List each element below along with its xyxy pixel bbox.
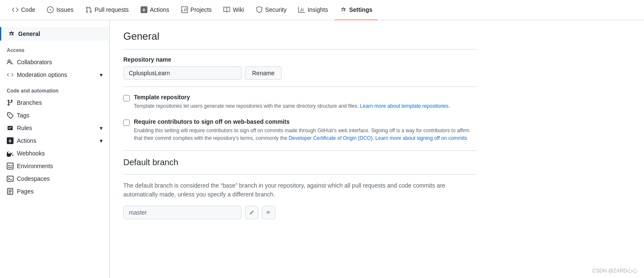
template-repo-row: Template repository Template repositorie… xyxy=(123,94,476,110)
nav-item-projects[interactable]: Projects xyxy=(176,0,217,20)
nav-item-issues[interactable]: Issues xyxy=(42,0,78,20)
sidebar-item-general[interactable]: General xyxy=(0,27,109,41)
sidebar: General Access Collaborators Moderation … xyxy=(0,20,110,278)
sidebar-item-branches[interactable]: Branches xyxy=(0,96,109,109)
sign-off-label: Require contributors to sign off on web-… xyxy=(134,118,476,125)
default-branch-title: Default branch xyxy=(123,158,476,167)
nav-code-label: Code xyxy=(21,6,35,13)
page-layout: General Access Collaborators Moderation … xyxy=(0,20,644,278)
main-content: General Repository name Rename Template … xyxy=(110,20,490,278)
default-branch-desc: The default branch is considered the “ba… xyxy=(123,181,476,199)
repo-name-input[interactable] xyxy=(123,66,242,80)
sidebar-item-environments[interactable]: Environments xyxy=(0,160,109,172)
edit-branch-button[interactable] xyxy=(245,206,258,219)
sidebar-webhooks-label: Webhooks xyxy=(17,150,45,157)
sidebar-section-access: Access xyxy=(0,41,109,56)
template-repo-content: Template repository Template repositorie… xyxy=(134,94,450,110)
sidebar-branches-label: Branches xyxy=(17,99,42,106)
nav-item-actions[interactable]: Actions xyxy=(136,0,174,20)
chevron-down-icon: ▾ xyxy=(100,71,103,78)
nav-item-security[interactable]: Security xyxy=(251,0,292,20)
sidebar-item-rules[interactable]: Rules ▾ xyxy=(0,122,109,134)
nav-actions-label: Actions xyxy=(150,6,169,13)
sidebar-item-webhooks[interactable]: Webhooks xyxy=(0,147,109,160)
sign-off-desc: Enabling this setting will require contr… xyxy=(134,127,476,142)
chevron-down-icon-actions: ▾ xyxy=(100,137,103,144)
repo-name-row: Rename xyxy=(123,66,476,80)
nav-insights-label: Insights xyxy=(307,6,328,13)
nav-item-wiki[interactable]: Wiki xyxy=(218,0,249,20)
sidebar-moderation-label: Moderation options xyxy=(17,71,67,78)
sidebar-collaborators-label: Collaborators xyxy=(17,59,52,65)
rename-button[interactable]: Rename xyxy=(245,66,282,80)
nav-settings-label: Settings xyxy=(349,6,372,13)
chevron-down-icon-rules: ▾ xyxy=(100,125,103,131)
sidebar-item-tags[interactable]: Tags xyxy=(0,109,109,122)
sign-off-content: Require contributors to sign off on web-… xyxy=(134,118,476,142)
sidebar-tags-label: Tags xyxy=(17,112,30,119)
branch-name-input[interactable] xyxy=(123,206,242,219)
switch-branch-button[interactable] xyxy=(262,206,275,219)
sidebar-pages-label: Pages xyxy=(17,188,34,195)
sidebar-item-pages[interactable]: Pages xyxy=(0,185,109,198)
sidebar-item-collaborators[interactable]: Collaborators xyxy=(0,56,109,68)
template-repo-desc: Template repositories let users generate… xyxy=(134,102,450,110)
nav-security-label: Security xyxy=(265,6,287,13)
sidebar-rules-label: Rules xyxy=(17,125,32,131)
template-repo-label: Template repository xyxy=(134,94,450,101)
nav-issues-label: Issues xyxy=(56,6,73,13)
nav-item-settings[interactable]: Settings xyxy=(335,0,378,20)
nav-pr-label: Pull requests xyxy=(95,6,129,13)
dco-link[interactable]: Developer Certificate of Origin (DCO). xyxy=(288,135,374,141)
sidebar-actions-label: Actions xyxy=(17,137,36,144)
branch-input-row xyxy=(123,206,476,219)
watermark: CSDN @ZARD心心 xyxy=(592,267,637,275)
sidebar-item-moderation[interactable]: Moderation options ▾ xyxy=(0,68,109,81)
page-title: General xyxy=(123,30,476,42)
sign-off-row: Require contributors to sign off on web-… xyxy=(123,118,476,142)
nav-item-pull-requests[interactable]: Pull requests xyxy=(80,0,134,20)
template-repo-link[interactable]: Learn more about template repositories. xyxy=(360,103,450,109)
nav-item-code[interactable]: Code xyxy=(7,0,40,20)
template-repo-checkbox[interactable] xyxy=(123,95,130,101)
sidebar-item-actions[interactable]: Actions ▾ xyxy=(0,134,109,147)
top-nav: Code Issues Pull requests Actions Projec… xyxy=(0,0,644,20)
nav-wiki-label: Wiki xyxy=(233,6,244,13)
sidebar-section-code: Code and automation xyxy=(0,81,109,96)
nav-item-insights[interactable]: Insights xyxy=(293,0,333,20)
sign-off-checkbox[interactable] xyxy=(123,120,130,126)
sidebar-general-label: General xyxy=(18,30,40,37)
repo-name-label: Repository name xyxy=(123,56,476,63)
nav-projects-label: Projects xyxy=(190,6,212,13)
sidebar-codespaces-label: Codespaces xyxy=(17,175,50,182)
sign-off-link[interactable]: Learn more about signing off on commits xyxy=(375,135,467,141)
sidebar-item-codespaces[interactable]: Codespaces xyxy=(0,172,109,185)
sidebar-environments-label: Environments xyxy=(17,163,53,169)
